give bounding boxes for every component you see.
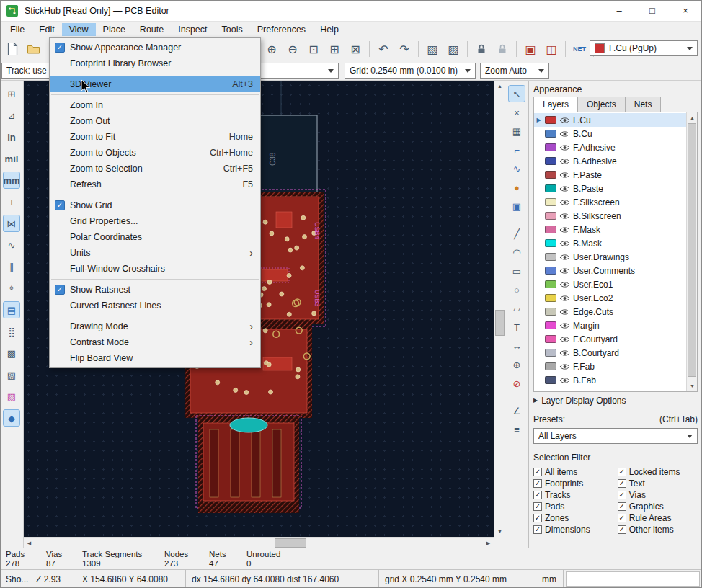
menu-item-zoom-out[interactable]: Zoom Out	[50, 113, 260, 129]
minimize-button[interactable]: –	[603, 0, 636, 22]
crosshair-icon[interactable]: +	[3, 193, 20, 210]
filter-all-items[interactable]: ✓All items	[533, 466, 618, 477]
unlock-icon[interactable]	[493, 40, 512, 58]
menu-item-flip-board-view[interactable]: Flip Board View	[50, 350, 260, 366]
layer-color-swatch[interactable]	[545, 239, 556, 247]
filter-locked-items[interactable]: ✓Locked items	[618, 466, 698, 477]
units-mm-icon[interactable]: mm	[3, 172, 20, 189]
visibility-eye-icon[interactable]	[559, 336, 570, 343]
menu-item-grid-properties[interactable]: Grid Properties...	[50, 213, 260, 229]
visibility-eye-icon[interactable]	[559, 363, 570, 370]
layer-row-b-adhesive[interactable]: B.Adhesive	[534, 154, 686, 168]
draw-polygon-icon[interactable]: ▱	[508, 300, 525, 317]
via-display-icon[interactable]: ▩	[3, 344, 20, 362]
filter-zones[interactable]: ✓Zones	[533, 512, 618, 523]
canvas-horizontal-scrollbar[interactable]: ◀ ▶	[24, 537, 494, 548]
menu-item-3d-viewer[interactable]: 3D ViewerAlt+3	[50, 76, 260, 92]
scroll-up-arrow[interactable]: ▲	[687, 112, 698, 123]
menu-file[interactable]: File	[3, 23, 32, 36]
menu-item-zoom-to-selection[interactable]: Zoom to SelectionCtrl+F5	[50, 161, 260, 177]
visibility-eye-icon[interactable]	[559, 349, 570, 357]
filter-pads[interactable]: ✓Pads	[533, 501, 618, 512]
zone-outline-icon[interactable]: ▧	[3, 388, 20, 405]
curved-ratsnest-icon[interactable]: ∿	[3, 236, 20, 254]
open-board-icon[interactable]	[24, 40, 43, 58]
scroll-down-arrow[interactable]: ▼	[494, 526, 505, 537]
layer-row-b-silkscreen[interactable]: B.Silkscreen	[534, 209, 686, 223]
layer-row-b-paste[interactable]: B.Paste	[534, 182, 686, 195]
footprint-swap-icon[interactable]: ▣	[521, 40, 540, 58]
scroll-up-arrow[interactable]: ▲	[494, 81, 505, 92]
layer-color-swatch[interactable]	[545, 116, 556, 124]
add-dimension-icon[interactable]: ↔	[508, 337, 525, 355]
layer-color-swatch[interactable]	[545, 143, 556, 151]
highlight-net-icon[interactable]: ⌖	[3, 280, 20, 297]
layer-color-swatch[interactable]	[545, 226, 556, 233]
redo-icon[interactable]: ↷	[395, 40, 414, 58]
zoom-in-icon[interactable]: ⊕	[262, 40, 281, 58]
scroll-down-arrow[interactable]: ▼	[687, 380, 698, 391]
close-button[interactable]: ×	[669, 0, 702, 22]
checkbox-icon[interactable]: ✓	[533, 525, 542, 534]
net-names-icon[interactable]: ▤	[3, 301, 20, 318]
layer-row-b-courtyard[interactable]: B.Courtyard	[534, 346, 686, 360]
visibility-eye-icon[interactable]	[559, 377, 570, 384]
grid-dots-icon[interactable]: ⊞	[3, 85, 20, 102]
lock-icon[interactable]	[472, 40, 491, 58]
set-origin-icon[interactable]: ⊕	[508, 356, 525, 373]
draw-line-icon[interactable]: ╱	[508, 225, 525, 242]
zoom-fit-icon[interactable]: ⊡	[304, 40, 323, 58]
layer-row-margin[interactable]: Margin	[534, 318, 686, 332]
checkbox-icon[interactable]: ✓	[533, 479, 542, 488]
checkbox-icon[interactable]: ✓	[618, 468, 626, 476]
local-ratsnest-icon[interactable]: ▦	[508, 122, 525, 140]
filter-footprints[interactable]: ✓Footprints	[533, 478, 618, 489]
zoom-selection-icon[interactable]: ⊠	[346, 40, 365, 58]
add-text-icon[interactable]: T	[508, 318, 525, 336]
zone-display-icon[interactable]: ▨	[3, 366, 20, 383]
new-board-icon[interactable]	[3, 40, 22, 58]
undo-icon[interactable]: ↶	[374, 40, 393, 58]
zoom-objects-icon[interactable]: ⊞	[325, 40, 344, 58]
layer-color-swatch[interactable]	[545, 280, 556, 288]
visibility-eye-icon[interactable]	[559, 172, 570, 179]
ratsnest-icon[interactable]: ⋈	[3, 215, 20, 232]
layer-color-swatch[interactable]	[545, 253, 556, 261]
draw-arc-icon[interactable]: ◠	[508, 244, 525, 261]
layer-row-f-courtyard[interactable]: F.Courtyard	[534, 332, 686, 346]
layers-scroll-thumb[interactable]	[688, 123, 696, 377]
grid-selector[interactable]: Grid: 0.2540 mm (0.0100 in)	[345, 63, 476, 79]
units-mils-icon[interactable]: mil	[3, 150, 20, 167]
layer-row-b-mask[interactable]: B.Mask	[534, 236, 686, 250]
visibility-eye-icon[interactable]	[559, 254, 570, 261]
visibility-eye-icon[interactable]	[559, 130, 570, 138]
tab-layers[interactable]: Layers	[533, 97, 578, 112]
menu-item-contrast-mode[interactable]: Contrast Mode›	[50, 334, 260, 350]
menu-inspect[interactable]: Inspect	[171, 23, 214, 36]
menu-edit[interactable]: Edit	[32, 23, 62, 36]
ruler-icon[interactable]: ≡	[508, 421, 525, 438]
highlight-net-tool-icon[interactable]: ×	[508, 104, 525, 121]
menu-tools[interactable]: Tools	[215, 23, 250, 36]
menu-item-zoom-to-objects[interactable]: Zoom to ObjectsCtrl+Home	[50, 145, 260, 161]
menu-preferences[interactable]: Preferences	[250, 23, 313, 36]
layer-row-edge-cuts[interactable]: Edge.Cuts	[534, 305, 686, 318]
menu-item-curved-ratsnest-lines[interactable]: Curved Ratsnest Lines	[50, 298, 260, 313]
layer-row-user-drawings[interactable]: User.Drawings	[534, 250, 686, 264]
pad-display-icon[interactable]: ⣿	[3, 323, 20, 340]
visibility-eye-icon[interactable]	[559, 199, 570, 206]
place-via-icon[interactable]: ●	[508, 179, 525, 196]
track-display-icon[interactable]: ∥	[3, 258, 20, 275]
checkbox-icon[interactable]: ✓	[533, 514, 542, 522]
scroll-right-arrow[interactable]: ▶	[483, 538, 494, 548]
visibility-eye-icon[interactable]	[559, 144, 570, 151]
layer-color-swatch[interactable]	[545, 198, 556, 206]
layer-color-swatch[interactable]	[545, 308, 556, 316]
draw-circle-icon[interactable]: ○	[508, 281, 525, 298]
visibility-eye-icon[interactable]	[559, 213, 570, 220]
filter-other-items[interactable]: ✓Other items	[618, 524, 698, 535]
layer-color-swatch[interactable]	[545, 376, 556, 384]
menu-help[interactable]: Help	[313, 23, 346, 36]
place-footprint-icon[interactable]: ▣	[508, 197, 525, 215]
filter-rule-areas[interactable]: ✓Rule Areas	[618, 512, 698, 523]
